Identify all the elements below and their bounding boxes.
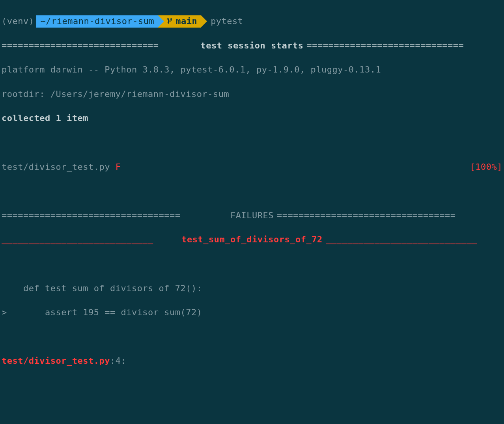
test-file-result-line: test/divisor_test.py F[100%] <box>2 161 502 173</box>
failures-header: =================================FAILURE… <box>2 210 502 222</box>
blank-line <box>2 137 502 149</box>
prompt-path-text: ~/riemann-divisor-sum <box>40 15 154 28</box>
session-header: =============================test sessio… <box>2 40 502 52</box>
blank-line <box>2 331 502 343</box>
fail-mark: F <box>116 162 121 172</box>
code-line: def test_sum_of_divisors_of_72(): <box>2 283 502 295</box>
platform-line: platform darwin -- Python 3.8.3, pytest-… <box>2 64 502 76</box>
code-line-assert: > assert 195 == divisor_sum(72) <box>2 307 502 319</box>
rootdir-line: rootdir: /Users/jeremy/riemann-divisor-s… <box>2 88 502 100</box>
dash-separator: _ _ _ _ _ _ _ _ _ _ _ _ _ _ _ _ _ _ _ _ … <box>2 379 502 392</box>
blank-line <box>2 258 502 270</box>
prompt-command: pytest <box>211 15 243 28</box>
test-file-path: test/divisor_test.py <box>2 162 116 172</box>
prompt-line[interactable]: (venv) ~/riemann-divisor-sum main pytest <box>2 15 502 28</box>
progress-percent: [100%] <box>470 161 502 173</box>
collected-line: collected 1 item <box>2 112 502 125</box>
git-branch-icon <box>167 15 173 28</box>
failures-header-label: FAILURES <box>227 210 277 222</box>
session-header-label: test session starts <box>197 40 306 52</box>
prompt-branch-text: main <box>175 15 197 28</box>
header-fill-left: ============================= <box>2 40 197 52</box>
terminal-output: (venv) ~/riemann-divisor-sum main pytest… <box>0 0 504 424</box>
blank-line <box>2 185 502 197</box>
blank-line <box>2 404 502 416</box>
file-ref-line: test/divisor_test.py:4: <box>2 355 502 367</box>
header-fill-left: ================================= <box>2 210 227 222</box>
underscore-fill-left: ____________________________ <box>2 234 178 246</box>
venv-indicator: (venv) <box>2 15 34 28</box>
header-fill-right: ================================= <box>277 210 502 222</box>
file-ref-path: test/divisor_test.py <box>2 356 110 366</box>
prompt-path-segment: ~/riemann-divisor-sum <box>36 15 158 28</box>
prompt-branch-segment: main <box>158 15 201 28</box>
underscore-fill-right: ____________________________ <box>326 234 502 246</box>
test-name-header: ____________________________test_sum_of_… <box>2 234 502 246</box>
header-fill-right: ============================= <box>307 40 502 52</box>
test-name: test_sum_of_divisors_of_72 <box>178 234 325 246</box>
file-ref-suffix: :4: <box>110 356 126 366</box>
